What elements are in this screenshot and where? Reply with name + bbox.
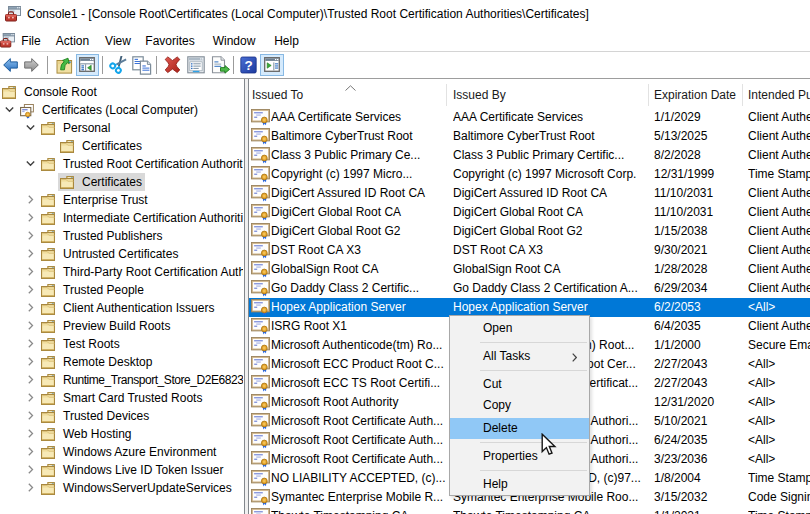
svg-text:?: ? — [244, 58, 252, 73]
